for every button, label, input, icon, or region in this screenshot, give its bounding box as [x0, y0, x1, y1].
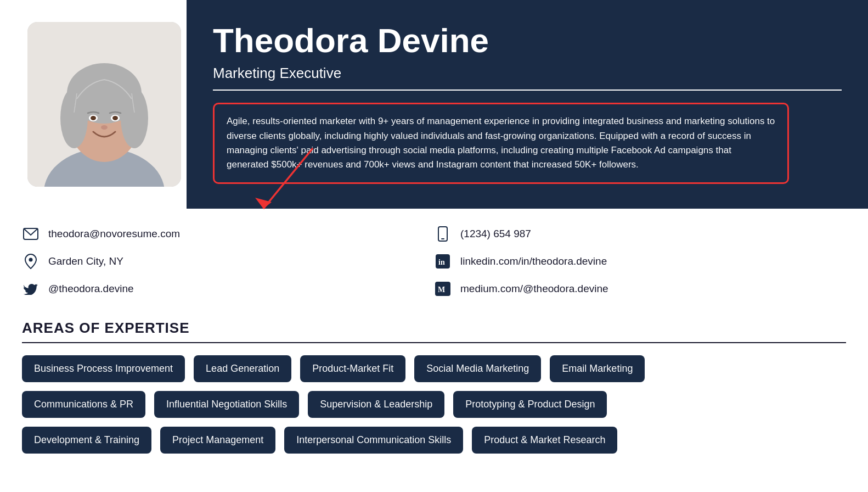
- contact-location: Garden City, NY: [22, 253, 434, 270]
- contact-left: theodora@novoresume.com Garden City, NY: [22, 225, 434, 298]
- contact-linkedin: in linkedin.com/in/theodora.devine: [434, 253, 846, 270]
- linkedin-icon: in: [434, 253, 452, 270]
- svg-text:M: M: [438, 286, 445, 294]
- contact-email: theodora@novoresume.com: [22, 225, 434, 243]
- medium-icon: M: [434, 280, 452, 298]
- summary-text: Agile, results-oriented marketer with 9+…: [227, 114, 775, 172]
- svg-rect-17: [441, 238, 444, 239]
- tag-supervision: Supervision & Leadership: [308, 391, 444, 418]
- svg-point-6: [121, 88, 148, 148]
- tag-project-management: Project Management: [160, 427, 275, 454]
- contact-section: theodora@novoresume.com Garden City, NY: [0, 209, 868, 309]
- tag-prototyping: Prototyping & Product Design: [453, 391, 607, 418]
- tag-development-training: Development & Training: [22, 427, 151, 454]
- photo-area: [0, 0, 187, 209]
- phone-text: (1234) 654 987: [460, 228, 531, 240]
- tag-social-media: Social Media Marketing: [414, 355, 541, 382]
- expertise-row-1: Business Process Improvement Lead Genera…: [22, 355, 846, 382]
- header-section: Theodora Devine Marketing Executive Agil…: [0, 0, 868, 209]
- tag-interpersonal: Interpersonal Communication Skills: [284, 427, 463, 454]
- linkedin-text: linkedin.com/in/theodora.devine: [460, 255, 607, 267]
- twitter-icon: [22, 280, 40, 298]
- expertise-section: AREAS OF EXPERTISE Business Process Impr…: [0, 309, 868, 479]
- tag-communications-pr: Communications & PR: [22, 391, 145, 418]
- tag-lead-gen: Lead Generation: [194, 355, 291, 382]
- svg-point-9: [91, 116, 96, 120]
- person-title: Marketing Executive: [213, 65, 842, 91]
- expertise-title: AREAS OF EXPERTISE: [22, 320, 846, 343]
- svg-point-5: [60, 88, 88, 148]
- header-info-panel: Theodora Devine Marketing Executive Agil…: [187, 0, 868, 209]
- contact-twitter: @theodora.devine: [22, 280, 434, 298]
- phone-icon: [434, 225, 452, 243]
- svg-text:in: in: [438, 258, 445, 266]
- svg-point-15: [29, 258, 33, 262]
- expertise-row-2: Communications & PR Influential Negotiat…: [22, 391, 846, 418]
- summary-box: Agile, results-oriented marketer with 9+…: [213, 103, 789, 183]
- contact-phone: (1234) 654 987: [434, 225, 846, 243]
- person-name: Theodora Devine: [213, 22, 842, 59]
- expertise-row-3: Development & Training Project Managemen…: [22, 427, 846, 454]
- tag-business-process: Business Process Improvement: [22, 355, 185, 382]
- medium-text: medium.com/@theodora.devine: [460, 283, 608, 295]
- twitter-text: @theodora.devine: [48, 283, 134, 295]
- email-icon: [22, 225, 40, 243]
- tag-negotiation: Influential Negotiation Skills: [154, 391, 299, 418]
- svg-point-11: [101, 125, 108, 130]
- tag-product-market-research: Product & Market Research: [472, 427, 617, 454]
- resume-wrapper: Theodora Devine Marketing Executive Agil…: [0, 0, 868, 479]
- tag-email-marketing: Email Marketing: [550, 355, 645, 382]
- email-text: theodora@novoresume.com: [48, 228, 180, 240]
- contact-right: (1234) 654 987 in linkedin.com/in/theodo…: [434, 225, 846, 298]
- tag-product-market-fit: Product-Market Fit: [300, 355, 405, 382]
- contact-medium: M medium.com/@theodora.devine: [434, 280, 846, 298]
- profile-photo: [27, 22, 181, 187]
- svg-point-10: [112, 116, 118, 120]
- location-icon: [22, 253, 40, 270]
- location-text: Garden City, NY: [48, 255, 123, 267]
